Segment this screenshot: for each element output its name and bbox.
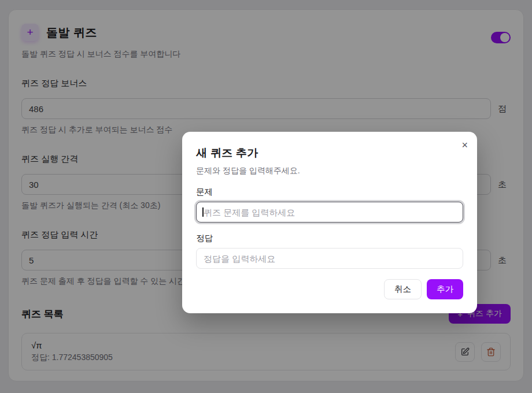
- question-input-wrap: [196, 202, 463, 223]
- question-label: 문제: [196, 187, 463, 198]
- modal-title: 새 퀴즈 추가: [196, 146, 463, 161]
- answer-input-wrap: [196, 248, 463, 269]
- close-icon[interactable]: ×: [461, 140, 468, 150]
- text-caret: [202, 207, 204, 217]
- add-quiz-modal: × 새 퀴즈 추가 문제와 정답을 입력해주세요. 문제 정답 취소 추가: [182, 132, 477, 313]
- modal-subtitle: 문제와 정답을 입력해주세요.: [196, 166, 463, 176]
- submit-button[interactable]: 추가: [427, 279, 463, 299]
- answer-label: 정답: [196, 233, 463, 244]
- answer-input[interactable]: [196, 248, 463, 269]
- question-input[interactable]: [196, 202, 463, 223]
- cancel-button[interactable]: 취소: [384, 279, 422, 299]
